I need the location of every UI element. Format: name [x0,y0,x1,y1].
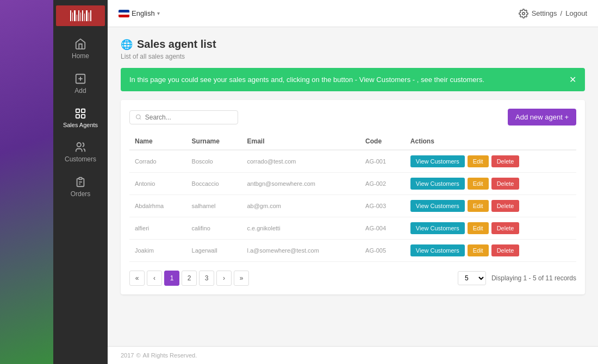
info-banner-close[interactable]: ✕ [569,74,576,85]
cell-actions: View Customers Edit Delete [405,150,576,173]
display-records-text: Displaying 1 - 5 of 11 records [491,274,576,282]
chevron-down-icon: ▾ [157,10,160,16]
settings-label: Settings [532,9,557,17]
edit-button[interactable]: Edit [468,244,489,256]
language-selector[interactable]: English ▾ [119,9,160,17]
pagination-first[interactable]: « [129,271,145,286]
cell-email: c.e.gnikoletti [241,217,360,240]
cell-actions: View Customers Edit Delete [405,173,576,195]
cell-surname: califino [186,217,242,240]
sidebar-item-sales-agents[interactable]: Sales Agents [53,101,108,135]
svg-rect-3 [76,109,79,112]
cell-email: ab@gm.com [241,195,360,217]
svg-rect-8 [79,178,82,180]
pagination-page-3[interactable]: 3 [199,271,214,286]
gear-icon [519,9,528,18]
edit-button[interactable]: Edit [468,155,489,167]
svg-rect-6 [82,115,85,118]
content-area: 🌐 Sales agent list List of all sales age… [108,27,598,346]
add-new-agent-button[interactable]: Add new agent + [508,109,576,125]
topbar-left: English ▾ [119,9,160,17]
pagination-prev[interactable]: ‹ [147,271,162,286]
topbar: English ▾ Settings / Logout [108,0,598,27]
svg-point-12 [136,115,140,119]
table-header: Name Surname Email Code Actions [129,133,576,150]
view-customers-button[interactable]: View Customers [410,222,465,234]
sidebar-customers-label: Customers [65,155,96,163]
view-customers-button[interactable]: View Customers [410,244,465,256]
svg-point-7 [77,143,81,147]
logout-label[interactable]: Logout [565,9,587,17]
cell-surname: Lagerwall [186,240,242,262]
edit-button[interactable]: Edit [468,178,489,190]
table-row: Corrado Boscolo corrado@test.com AG-001 … [129,150,576,173]
view-customers-button[interactable]: View Customers [410,178,465,190]
pagination-last[interactable]: » [234,271,249,286]
left-accent [0,0,53,364]
delete-button[interactable]: Delete [491,178,520,190]
delete-button[interactable]: Delete [491,155,520,167]
col-surname: Surname [186,133,242,150]
table-row: Joakim Lagerwall l.a@somewhere@test.com … [129,240,576,262]
col-actions: Actions [405,133,576,150]
cell-actions: View Customers Edit Delete [405,240,576,262]
barcode-icon [70,10,91,21]
sidebar-item-customers[interactable]: Customers [53,135,108,170]
edit-button[interactable]: Edit [468,222,489,234]
table-body: Corrado Boscolo corrado@test.com AG-001 … [129,150,576,262]
svg-rect-4 [82,109,85,112]
orders-icon [74,176,86,188]
sidebar: Home Add Sales Agents Customers [53,0,108,364]
pagination: « ‹ 1 2 3 › » [129,271,249,286]
sidebar-home-label: Home [72,52,89,60]
pagination-page-2[interactable]: 2 [182,271,197,286]
sidebar-item-orders[interactable]: Orders [53,170,108,204]
flag-icon [119,10,129,17]
cell-name: Antonio [129,173,186,195]
cell-code: AG-001 [360,150,405,173]
cell-email: antbgn@somewhere.com [241,173,360,195]
footer-rights: All Rights Reserved. [143,352,197,359]
pagination-page-1[interactable]: 1 [164,271,179,286]
edit-button[interactable]: Edit [468,200,489,212]
cell-surname: Boscolo [186,150,242,173]
home-icon [74,38,86,50]
delete-button[interactable]: Delete [491,200,520,212]
language-label: English [132,9,155,17]
svg-point-11 [522,12,525,15]
footer-separator: © [136,352,140,359]
per-page-select[interactable]: 5 10 25 50 [458,271,486,285]
delete-button[interactable]: Delete [491,222,520,234]
view-customers-button[interactable]: View Customers [410,200,465,212]
search-input[interactable] [145,114,232,121]
search-box[interactable] [129,110,238,124]
cell-surname: salhamel [186,195,242,217]
col-name: Name [129,133,186,150]
svg-rect-5 [76,115,79,118]
cell-code: AG-004 [360,217,405,240]
cell-name: alfieri [129,217,186,240]
separator: / [560,9,563,17]
cell-email: l.a@somewhere@test.com [241,240,360,262]
page-subtitle: List of all sales agents [121,53,585,60]
cell-actions: View Customers Edit Delete [405,217,576,240]
sidebar-item-add[interactable]: Add [53,66,108,101]
pagination-next[interactable]: › [216,271,232,286]
col-code: Code [360,133,405,150]
agents-table: Name Surname Email Code Actions Corrado … [129,133,576,262]
search-icon [135,114,142,121]
info-banner: In this page you could see your sales ag… [121,68,585,91]
info-banner-text: In this page you could see your sales ag… [129,76,484,84]
sidebar-item-home[interactable]: Home [53,32,108,66]
pagination-wrap: « ‹ 1 2 3 › » 5 10 25 50 Displaying 1 - … [129,271,576,286]
cell-code: AG-005 [360,240,405,262]
topbar-right[interactable]: Settings / Logout [519,9,587,18]
view-customers-button[interactable]: View Customers [410,155,465,167]
table-row: Abdalrhma salhamel ab@gm.com AG-003 View… [129,195,576,217]
delete-button[interactable]: Delete [491,244,520,256]
page-header: 🌐 Sales agent list [121,38,585,51]
cell-name: Corrado [129,150,186,173]
cell-name: Abdalrhma [129,195,186,217]
cell-email: corrado@test.com [241,150,360,173]
footer: 2017 © All Rights Reserved. [108,346,598,364]
